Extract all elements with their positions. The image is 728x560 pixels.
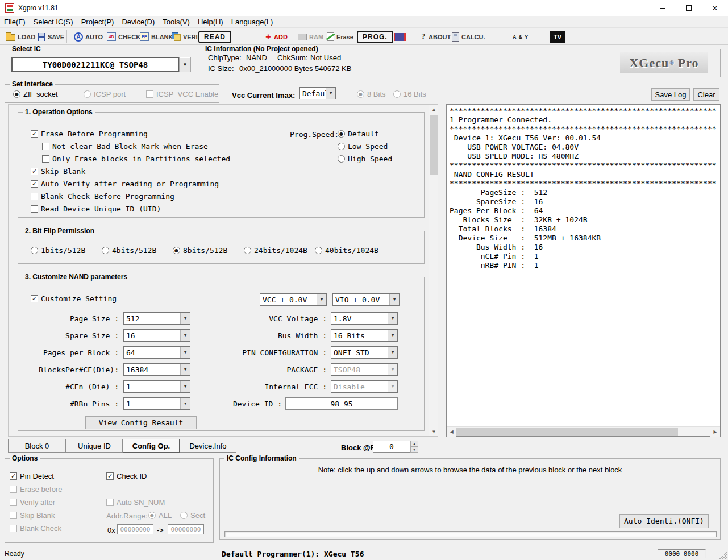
auto-verify-checkbox[interactable]: ✓ Auto Verify after reading or Programmi…	[31, 180, 219, 188]
erase-before-checkbox[interactable]: Erase before	[10, 485, 62, 493]
menu-language[interactable]: Language(L)	[227, 17, 277, 27]
log-hscroll-thumb[interactable]	[456, 428, 678, 436]
add-button[interactable]: + ADD	[265, 30, 288, 43]
close-button[interactable]: ✕	[702, 0, 728, 16]
scroll-left-arrow[interactable]: ◀	[447, 427, 456, 437]
tv-button[interactable]: TV	[550, 30, 565, 43]
check-button[interactable]: 4D CHECK	[107, 30, 140, 43]
blank-check-checkbox[interactable]: Blank Check	[10, 524, 61, 533]
tab-config-op[interactable]: Config Op.	[123, 439, 180, 453]
chevron-down-icon[interactable]: ▼	[388, 313, 397, 324]
minimize-button[interactable]	[650, 0, 676, 16]
not-clear-bad-block-checkbox[interactable]: Not clear Bad Block Mark when Erase	[42, 142, 208, 151]
save-log-button[interactable]: Save Log	[651, 88, 690, 101]
block-file-spinner[interactable]: ▲ ▼	[410, 441, 418, 453]
scroll-down-arrow[interactable]: ▼	[429, 427, 438, 437]
menu-tools[interactable]: Tools(V)	[159, 17, 194, 27]
read-button[interactable]: READ	[198, 30, 231, 43]
auto-sn-num-checkbox[interactable]: Auto SN_NUM	[106, 498, 165, 507]
menu-file[interactable]: File(F)	[0, 17, 30, 27]
icsp-vcc-enable-checkbox[interactable]: ICSP_VCC Enable	[146, 90, 218, 98]
chevron-down-icon[interactable]: ▼	[388, 347, 397, 358]
rbn-pins-combo[interactable]: 1 ▼	[123, 397, 190, 410]
check-id-checkbox[interactable]: ✓ Check ID	[106, 472, 147, 480]
vio-offset-combo[interactable]: VIO + 0.0V ▼	[332, 293, 400, 306]
spinner-up-arrow[interactable]: ▲	[410, 441, 418, 447]
resize-grip[interactable]	[719, 551, 727, 559]
auto-identi-button[interactable]: Auto Identi.(ONFI)	[619, 514, 709, 528]
page-size-combo[interactable]: 512 ▼	[123, 312, 190, 325]
chevron-down-icon[interactable]: ▼	[388, 330, 397, 341]
prog-button[interactable]: PROG.	[357, 30, 393, 43]
chevron-down-icon[interactable]: ▼	[317, 294, 326, 305]
ram-button[interactable]: RAM	[298, 30, 323, 43]
vcc-voltage-combo[interactable]: 1.8V ▼	[331, 312, 398, 325]
view-config-result-button[interactable]: View Config Resault	[85, 416, 197, 429]
addr-sect-radio[interactable]: Sect	[180, 511, 205, 520]
icsp-port-radio[interactable]: ICSP port	[84, 90, 126, 98]
tab-device-info[interactable]: Device.Info	[180, 439, 236, 453]
bitflip-4bits-radio[interactable]: 4bits/512B	[102, 246, 156, 255]
bits16-radio[interactable]: 16 Bits	[393, 90, 426, 98]
logic-calc-button[interactable]: A&Y	[513, 30, 528, 43]
scroll-right-arrow[interactable]: ▶	[710, 427, 720, 437]
addr-all-radio[interactable]: ● ALL	[148, 511, 172, 520]
spinner-down-arrow[interactable]: ▼	[410, 447, 418, 453]
log-panel[interactable]: ****************************************…	[446, 104, 721, 437]
tab-unique-id[interactable]: Unique ID	[66, 439, 123, 453]
scroll-up-arrow[interactable]: ▲	[429, 105, 438, 114]
addr-from-field[interactable]: 00000000	[117, 524, 153, 534]
panel-scrollbar[interactable]: ▲ ▼	[429, 105, 438, 437]
zif-socket-radio[interactable]: ● ZIF socket	[13, 90, 58, 98]
chevron-down-icon[interactable]: ▼	[326, 88, 335, 99]
speed-default-radio[interactable]: ● Default	[338, 130, 379, 138]
chevron-down-icon[interactable]: ▼	[389, 294, 399, 305]
chip-test-button[interactable]	[394, 30, 406, 43]
maximize-button[interactable]	[676, 0, 702, 16]
pin-detect-checkbox[interactable]: ✓ Pin Detect	[10, 472, 54, 480]
bitflip-1bits-radio[interactable]: 1bits/512B	[31, 246, 85, 255]
menu-select-ic[interactable]: Select IC(S)	[30, 17, 77, 27]
blank-check-before-checkbox[interactable]: Blank Check Before Programming	[31, 192, 174, 201]
blank-button[interactable]: FE BLANK	[140, 30, 173, 43]
read-uid-checkbox[interactable]: Read Device Unique ID (UID)	[31, 205, 161, 213]
selected-ic-display[interactable]: TY00D0021211KC@ TSOP48	[11, 57, 179, 72]
bits8-radio[interactable]: ● 8 Bits	[357, 90, 386, 98]
menu-help[interactable]: Help(H)	[194, 17, 227, 27]
blocks-per-ce-combo[interactable]: 16384 ▼	[123, 363, 190, 376]
spare-size-combo[interactable]: 16 ▼	[123, 329, 190, 342]
about-button[interactable]: ? ABOUT	[421, 30, 451, 43]
skip-blank-option-checkbox[interactable]: Skip Blank	[10, 511, 55, 520]
clear-button[interactable]: Clear	[693, 88, 719, 101]
device-id-field[interactable]: 98 95	[285, 397, 398, 410]
calcu-button[interactable]: CALCU.	[452, 30, 485, 43]
menu-device[interactable]: Device(D)	[118, 17, 159, 27]
bus-width-combo[interactable]: 16 Bits ▼	[331, 329, 398, 342]
pages-per-block-combo[interactable]: 64 ▼	[123, 346, 190, 359]
cen-die-combo[interactable]: 1 ▼	[123, 380, 190, 393]
addr-to-field[interactable]: 00000000	[168, 524, 204, 534]
auto-button[interactable]: A AUTO	[74, 30, 103, 43]
vcc-offset-combo[interactable]: VCC + 0.0V ▼	[260, 293, 327, 306]
bitflip-24bits-radio[interactable]: 24bits/1024B	[244, 246, 307, 255]
bitflip-40bits-radio[interactable]: 40bits/1024B	[315, 246, 378, 255]
verify-after-checkbox[interactable]: Verify after	[10, 498, 55, 507]
panel-scrollbar-thumb[interactable]	[430, 115, 438, 175]
block-at-file-input[interactable]: 0	[373, 441, 410, 453]
customize-setting-checkbox[interactable]: ✓ Customize Setting	[31, 294, 117, 303]
speed-high-radio[interactable]: High Speed	[338, 155, 392, 163]
pin-configuration-combo[interactable]: ONFI STD ▼	[331, 346, 398, 359]
only-erase-partitions-checkbox[interactable]: Only Erase blocks in Partitions selected	[42, 155, 230, 163]
vcc-imax-combo[interactable]: Default ▼	[299, 87, 336, 99]
log-hscrollbar[interactable]: ◀ ▶	[447, 426, 720, 436]
save-button[interactable]: SAVE	[38, 30, 64, 43]
speed-low-radio[interactable]: Low Speed	[338, 142, 388, 151]
menu-project[interactable]: Project(P)	[77, 17, 118, 27]
erase-button[interactable]: Erase	[327, 30, 353, 43]
select-ic-dropdown-button[interactable]: ▼	[179, 57, 191, 72]
skip-blank-checkbox[interactable]: ✓ Skip Blank	[31, 167, 85, 176]
erase-before-programming-checkbox[interactable]: ✓ Erase Before Programming	[31, 130, 148, 138]
bitflip-8bits-radio[interactable]: ● 8bits/512B	[173, 246, 227, 255]
tab-block0[interactable]: Block 0	[8, 439, 66, 453]
load-button[interactable]: LOAD	[6, 30, 35, 43]
